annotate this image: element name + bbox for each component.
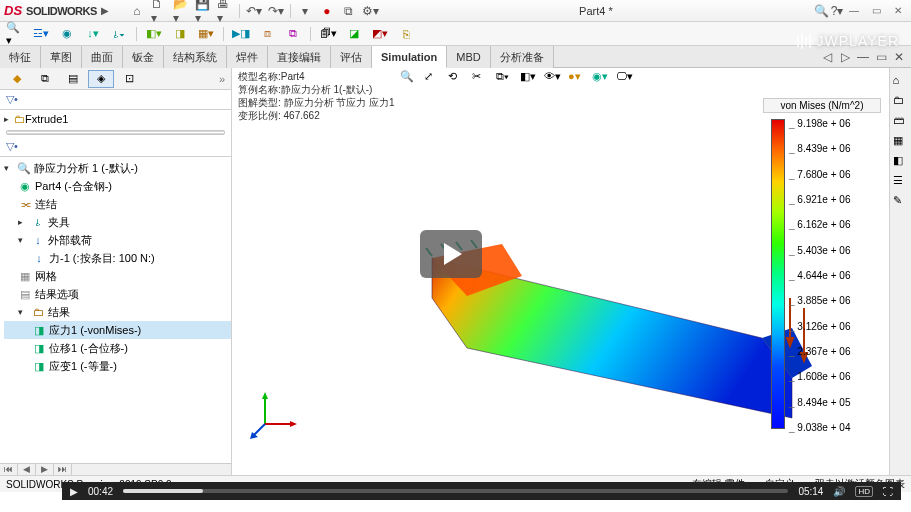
render-icon[interactable]: 🖵▾: [616, 70, 634, 88]
tab-structure[interactable]: 结构系统: [164, 46, 227, 68]
library-icon[interactable]: 🗃: [893, 114, 909, 130]
shell-icon[interactable]: ◨: [171, 25, 189, 43]
tree-study[interactable]: 静应力分析 1 (-默认-): [34, 161, 138, 176]
forum-icon[interactable]: ✎: [893, 194, 909, 210]
tree-connections[interactable]: 连结: [35, 197, 57, 212]
display-tab-icon[interactable]: ◈: [88, 70, 114, 88]
options-icon[interactable]: ⧉: [341, 3, 357, 19]
filter2-icon[interactable]: ▽•: [6, 140, 18, 153]
filter-icon[interactable]: ▽•: [6, 93, 18, 106]
search-icon[interactable]: 🔍: [813, 3, 829, 19]
load-icon[interactable]: ⫰▾: [110, 25, 128, 43]
tab-analysis[interactable]: 分析准备: [491, 46, 554, 68]
expander-icon[interactable]: ▸: [18, 217, 28, 227]
tab-weldments[interactable]: 焊件: [227, 46, 268, 68]
tree-displacement-plot[interactable]: 位移1 (-合位移-): [49, 341, 128, 356]
tree-fixtures[interactable]: 夹具: [48, 215, 70, 230]
feature-tree-tab-icon[interactable]: ◆: [4, 70, 30, 88]
tree-force[interactable]: 力-1 (:按条目: 100 N:): [49, 251, 155, 266]
fixture-icon[interactable]: ↓▾: [84, 25, 102, 43]
config-name[interactable]: Fxtrude1: [25, 113, 68, 125]
open-icon[interactable]: 📂▾: [173, 3, 189, 19]
tab-close-icon[interactable]: ✕: [891, 49, 907, 65]
minimize-button[interactable]: —: [845, 4, 863, 18]
settings-icon[interactable]: ⚙▾: [363, 3, 379, 19]
export-icon[interactable]: ⎘: [397, 25, 415, 43]
tab-evaluate[interactable]: 评估: [331, 46, 372, 68]
resources-icon[interactable]: 🗀: [893, 94, 909, 110]
print-icon[interactable]: 🖶▾: [217, 3, 233, 19]
appearances-icon[interactable]: ◧: [893, 154, 909, 170]
tree-results[interactable]: 结果: [48, 305, 70, 320]
player-fullscreen-icon[interactable]: ⛶: [883, 486, 893, 497]
expander-icon[interactable]: ▾: [18, 235, 28, 245]
study-icon[interactable]: 🔍▾: [6, 25, 24, 43]
player-volume-icon[interactable]: 🔊: [833, 486, 845, 497]
graphics-viewport[interactable]: 🔍 ⤢ ⟲ ✂ ⧉▾ ◧▾ 👁▾ ●▾ ◉▾ 🖵▾ 模型名称:Part4 算例名…: [232, 68, 911, 475]
tab-features[interactable]: 特征: [0, 46, 41, 68]
tab-mbd[interactable]: MBD: [447, 46, 490, 68]
tree-strain-plot[interactable]: 应变1 (-等量-): [49, 359, 117, 374]
tab-surfaces[interactable]: 曲面: [82, 46, 123, 68]
hide-show-icon[interactable]: 👁▾: [544, 70, 562, 88]
prev-view-icon[interactable]: ⟲: [448, 70, 466, 88]
report-icon[interactable]: 🗐▾: [319, 25, 337, 43]
tab-simulation[interactable]: Simulation: [372, 46, 447, 68]
tab-sheetmetal[interactable]: 钣金: [123, 46, 164, 68]
expander-icon[interactable]: ▾: [4, 163, 14, 173]
save-icon[interactable]: 💾▾: [195, 3, 211, 19]
plot-icon[interactable]: ⧉: [284, 25, 302, 43]
maximize-button[interactable]: ▭: [867, 4, 885, 18]
home-icon[interactable]: ⌂: [129, 3, 145, 19]
tree-mesh[interactable]: 网格: [35, 269, 57, 284]
tree-part[interactable]: Part4 (-合金钢-): [35, 179, 112, 194]
tree-result-options[interactable]: 结果选项: [35, 287, 79, 302]
mesh-icon[interactable]: ▦▾: [197, 25, 215, 43]
tab-min-icon[interactable]: —: [855, 49, 871, 65]
include-icon[interactable]: ◩▾: [371, 25, 389, 43]
tab-sketch[interactable]: 草图: [41, 46, 82, 68]
custom-props-icon[interactable]: ☰: [893, 174, 909, 190]
appearance-icon[interactable]: ●▾: [568, 70, 586, 88]
property-tab-icon[interactable]: ⧉: [32, 70, 58, 88]
material-icon[interactable]: ◉: [58, 25, 76, 43]
player-seek-bar[interactable]: [123, 489, 788, 493]
expander-icon[interactable]: ▾: [18, 307, 28, 317]
tree-stress-plot[interactable]: 应力1 (-vonMises-): [49, 323, 141, 338]
run-icon[interactable]: ▶◨: [232, 25, 250, 43]
tab-next-icon[interactable]: ▷: [837, 49, 853, 65]
view-triad[interactable]: [250, 389, 300, 439]
player-play-icon[interactable]: ▶: [70, 486, 78, 497]
tab-max-icon[interactable]: ▭: [873, 49, 889, 65]
connections-icon[interactable]: ◧▾: [145, 25, 163, 43]
close-button[interactable]: ✕: [889, 4, 907, 18]
select-icon[interactable]: ▾: [297, 3, 313, 19]
player-hd-badge[interactable]: HD: [855, 486, 873, 497]
tree-loads[interactable]: 外部载荷: [48, 233, 92, 248]
tab-prev-icon[interactable]: ◁: [819, 49, 835, 65]
splitter-handle[interactable]: [6, 130, 225, 135]
section-icon[interactable]: ✂: [472, 70, 490, 88]
home-pane-icon[interactable]: ⌂: [893, 74, 909, 90]
config-expand-icon[interactable]: ▸: [4, 114, 14, 124]
redo-icon[interactable]: ↷▾: [268, 3, 284, 19]
dim-tab-icon[interactable]: ⊡: [116, 70, 142, 88]
view-palette-icon[interactable]: ▦: [893, 134, 909, 150]
list-icon[interactable]: ☲▾: [32, 25, 50, 43]
view-orient-icon[interactable]: ⧉▾: [496, 70, 514, 88]
menu-expander-icon[interactable]: ▶: [101, 5, 109, 16]
panel-bottom-scroll[interactable]: ⏮◀▶⏭: [0, 463, 231, 475]
results-icon[interactable]: ⧈: [258, 25, 276, 43]
zoom-fit-icon[interactable]: 🔍: [400, 70, 418, 88]
color-legend[interactable]: von Mises (N/m^2) 9.198e + 068.439e + 06…: [763, 98, 881, 433]
display-style-icon[interactable]: ◧▾: [520, 70, 538, 88]
rebuild-icon[interactable]: ●: [319, 3, 335, 19]
scene-icon[interactable]: ◉▾: [592, 70, 610, 88]
help-icon[interactable]: ?▾: [829, 3, 845, 19]
tab-directedit[interactable]: 直接编辑: [268, 46, 331, 68]
config-tab-icon[interactable]: ▤: [60, 70, 86, 88]
undo-icon[interactable]: ↶▾: [246, 3, 262, 19]
video-play-button[interactable]: [420, 230, 482, 278]
compare-icon[interactable]: ◪: [345, 25, 363, 43]
panel-collapse-icon[interactable]: »: [219, 73, 231, 85]
